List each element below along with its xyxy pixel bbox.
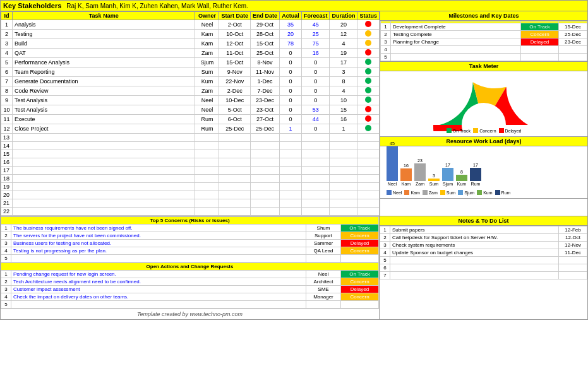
task-name: Performance Analysis [13, 58, 195, 68]
legend-color [423, 190, 428, 195]
bottom-area: Top 5 Concerns (Risks or Issues) 1 The b… [1, 216, 587, 319]
note-row: 6 [380, 264, 587, 272]
note-row: 1 Submit papers 12-Feb [380, 226, 587, 234]
task-forecast: 0 [301, 58, 330, 68]
legend-concern: Concern [473, 128, 496, 133]
bar-legend-item: Sjum [458, 190, 474, 195]
bar-item: 17 Rum [470, 163, 481, 186]
task-duration: 3 [330, 68, 357, 77]
action-text: Tech Architecture needs alignment need t… [11, 278, 306, 286]
left-table: Id Task Name Owner Start Date End Date A… [1, 11, 380, 216]
task-duration: 1 [330, 124, 357, 134]
notes-title: Notes & To Do List [380, 216, 587, 226]
action-id: 2 [1, 278, 11, 286]
note-row: 5 [380, 257, 587, 264]
bar-legend: NeelKamZamSumSjumKumRum [387, 190, 581, 195]
task-status [357, 105, 380, 115]
milestone-id: 3 [381, 38, 391, 46]
legend-color [404, 190, 409, 195]
task-id: 7 [1, 77, 13, 86]
col-end: End Date [250, 12, 279, 20]
note-id: 7 [380, 272, 390, 279]
table-row: 10 Test Analysis Neel 5-Oct 23-Oct 0 53 … [1, 105, 380, 115]
bar [387, 146, 398, 181]
bottom-right: Notes & To Do List 1 Submit papers 12-Fe… [380, 216, 587, 319]
task-id: 12 [1, 124, 13, 134]
milestone-status [521, 46, 559, 54]
task-id: 9 [1, 96, 13, 105]
table-row: 19 [1, 183, 380, 191]
action-status [341, 301, 379, 308]
task-end: 8-Nov [250, 58, 279, 68]
milestone-id: 1 [381, 23, 391, 31]
task-duration: 12 [330, 30, 357, 39]
table-row: 20 [1, 191, 380, 199]
task-owner: Zam [195, 86, 219, 96]
task-end: 11-Nov [250, 68, 279, 77]
legend-text: Sjum [464, 191, 474, 195]
gauge-legend: On Track Concern Delayed [447, 128, 522, 133]
task-name: QAT [13, 49, 195, 58]
action-id: 5 [1, 301, 11, 308]
bar-legend-item: Kam [404, 190, 419, 195]
task-start: 22-Nov [219, 77, 251, 86]
task-forecast: 0 [301, 96, 330, 105]
concern-text: Testing is not progressing as per the pl… [11, 247, 306, 255]
concern-owner: QA Lead [306, 247, 341, 255]
legend-color [477, 190, 482, 195]
stakeholders-names: Raj K, Sam Manh, Kim K, Zuhen Kahen, Mar… [66, 3, 248, 9]
note-text: Submit papers [390, 226, 559, 234]
notes-table: 1 Submit papers 12-Feb 2 Call helpdesk f… [380, 226, 587, 279]
milestone-row: 4 [381, 46, 587, 54]
concern-status: On Track [341, 225, 379, 232]
milestone-name: Testing Complete [391, 31, 521, 38]
bar [428, 179, 440, 181]
task-actual: 0 [279, 49, 301, 58]
action-status: On Track [341, 271, 379, 278]
concern-id: 3 [1, 240, 11, 247]
action-row: 4 Check the impact on delivery dates on … [1, 293, 379, 301]
col-duration: Duration [330, 12, 357, 20]
bar-value: 17 [473, 163, 478, 167]
task-end: 23-Oct [250, 105, 279, 115]
task-status [357, 77, 380, 86]
task-actual: 1 [279, 124, 301, 134]
note-text [390, 272, 559, 279]
action-row: 2 Tech Architecture needs alignment need… [1, 278, 379, 286]
task-meter-title: Task Meter [380, 62, 587, 71]
table-row: 12 Close Project Rum 25-Dec 25-Dec 1 0 1 [1, 124, 380, 134]
col-task: Task Name [13, 12, 195, 20]
concern-status: Delayed [341, 240, 379, 247]
task-start: 2-Dec [219, 86, 251, 96]
milestones-title: Milestones and Key Dates [380, 11, 587, 21]
bar-label: Zam [416, 182, 424, 186]
note-date: 12-Oct [559, 234, 587, 242]
note-id: 3 [380, 242, 390, 249]
legend-text: Rum [501, 191, 511, 195]
task-forecast: 16 [301, 49, 330, 58]
task-status [357, 58, 380, 68]
task-duration: 4 [330, 86, 357, 96]
concern-id: 4 [1, 247, 11, 255]
table-row: 8 Code Review Zam 2-Dec 7-Dec 0 0 4 [1, 86, 380, 96]
note-id: 4 [380, 249, 390, 257]
milestone-date [559, 54, 587, 61]
concern-text: The servers for the project have not bee… [11, 232, 306, 240]
bar-label: Sjum [443, 182, 453, 186]
concern-status: Concern [341, 232, 379, 240]
table-row: 9 Test Analysis Neel 10-Dec 23-Dec 0 0 1… [1, 96, 380, 105]
concern-owner: Sammer [306, 240, 341, 247]
bar-legend-item: Zam [423, 190, 438, 195]
action-owner: SME [306, 286, 341, 293]
concerns-table: Top 5 Concerns (Risks or Issues) 1 The b… [1, 216, 379, 262]
legend-on-track: On Track [447, 128, 471, 133]
concern-row: 5 [1, 255, 379, 262]
task-name: Generate Documentation [13, 77, 195, 86]
bar [470, 168, 481, 181]
milestone-row: 1 Development Complete On Track 15-Dec [381, 23, 587, 31]
task-duration: 15 [330, 105, 357, 115]
task-end: 15-Oct [250, 39, 279, 49]
table-row: 13 [1, 134, 380, 142]
task-actual: 0 [279, 96, 301, 105]
task-end: 29-Oct [250, 20, 279, 30]
